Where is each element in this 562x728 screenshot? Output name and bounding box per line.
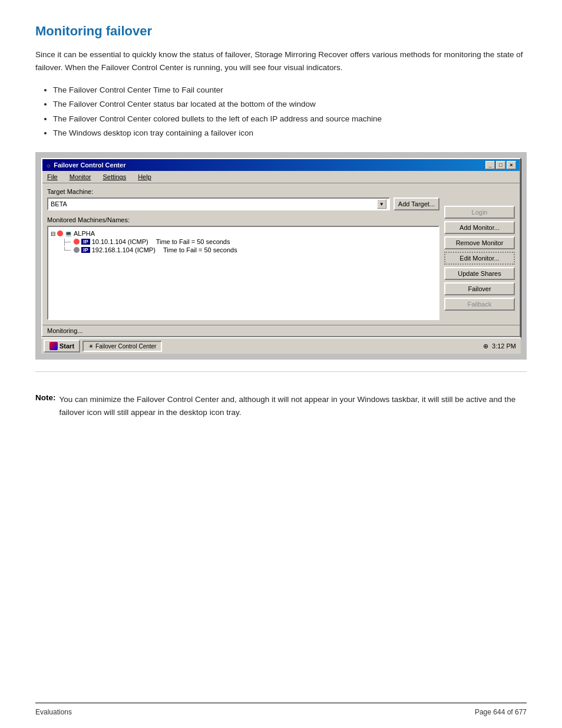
add-monitor-button[interactable]: Add Monitor... — [444, 221, 515, 234]
ip-protocol-2: (ICMP) — [135, 246, 156, 253]
menu-settings[interactable]: Settings — [100, 172, 128, 182]
tree-line-icon-1: ├─ — [62, 239, 71, 245]
tree-ip-item-2: └─ IP 192.168.1.104 (ICMP) Time to Fail … — [62, 246, 436, 254]
monitored-machines-label: Monitored Machines/Names: — [47, 216, 439, 223]
window-body: Target Machine: BETA ▼ Add Target... Mon… — [42, 183, 520, 325]
start-button[interactable]: Start — [44, 340, 80, 353]
bullet-item-1: The Failover Control Center Time to Fail… — [53, 83, 527, 97]
ip-tag-1: IP — [81, 239, 90, 245]
window-titlebar: ☼ Failover Control Center _ □ × — [42, 159, 520, 171]
bullet-list: The Failover Control Center Time to Fail… — [53, 83, 527, 140]
menu-help[interactable]: Help — [135, 172, 154, 182]
taskbar-clock: 3:12 PM — [492, 342, 516, 350]
failback-button[interactable]: Failback — [444, 298, 515, 311]
titlebar-left: ☼ Failover Control Center — [46, 162, 125, 169]
add-target-button[interactable]: Add Target... — [394, 197, 439, 210]
maximize-button[interactable]: □ — [496, 161, 505, 169]
page-footer: Evaluations Page 644 of 677 — [35, 703, 527, 716]
target-dropdown[interactable]: BETA ▼ — [47, 197, 390, 210]
tree-machine-icon: 💻 — [65, 230, 72, 237]
tree-panel: ⊟ 💻 ALPHA ├─ IP 10.10.1.104 — [47, 226, 439, 320]
bullet-item-2: The Failover Control Center status bar l… — [53, 97, 527, 111]
close-button[interactable]: × — [507, 161, 516, 169]
tree-bullet-red — [57, 230, 63, 236]
time-to-fail-2: Time to Fail = 50 seconds — [163, 246, 237, 253]
taskbar: Start ☀ Failover Control Center ⊕ 3:12 P… — [41, 337, 521, 354]
left-panel: Target Machine: BETA ▼ Add Target... Mon… — [47, 188, 439, 320]
ip-tag-2: IP — [81, 247, 90, 253]
note-section: Note: You can minimize the Failover Cont… — [35, 384, 527, 419]
menu-bar: File Monitor Settings Help — [42, 171, 520, 183]
start-button-label: Start — [59, 342, 74, 350]
window-title-text: Failover Control Center — [54, 162, 125, 169]
ip-address-1: 10.10.1.104 — [92, 238, 126, 245]
ip-protocol-1: (ICMP) — [128, 238, 148, 245]
time-to-fail-1: Time to Fail = 50 seconds — [156, 238, 230, 245]
tree-line-icon-2: └─ — [62, 247, 71, 253]
footer-right: Page 644 of 677 — [475, 708, 527, 716]
tree-child-2: └─ IP 192.168.1.104 (ICMP) Time to Fail … — [62, 246, 436, 254]
note-text: You can minimize the Failover Control Ce… — [59, 393, 527, 419]
right-panel: Login Add Monitor... Remove Monitor Edit… — [444, 188, 515, 320]
failover-window: ☼ Failover Control Center _ □ × File Mon… — [41, 158, 521, 337]
tree-root: ⊟ 💻 ALPHA — [51, 229, 436, 238]
tray-network-icon: ⊕ — [483, 342, 488, 350]
ip-address-2: 192.168.1.104 — [92, 246, 133, 253]
divider — [35, 371, 527, 372]
taskbar-app-label: Failover Control Center — [95, 343, 156, 350]
note-label: Note: — [35, 393, 56, 419]
menu-monitor[interactable]: Monitor — [67, 172, 94, 182]
target-machine-label: Target Machine: — [47, 188, 439, 195]
taskbar-left: Start ☀ Failover Control Center — [44, 340, 162, 353]
login-button[interactable]: Login — [444, 206, 515, 219]
intro-paragraph: Since it can be essential to quickly kno… — [35, 48, 527, 74]
menu-file[interactable]: File — [45, 172, 60, 182]
tree-child-1: ├─ IP 10.10.1.104 (ICMP) Time to Fail = … — [62, 238, 436, 246]
target-value: BETA — [51, 200, 67, 207]
footer-left: Evaluations — [35, 708, 72, 716]
tree-expand-icon: ⊟ — [51, 230, 55, 237]
page-title: Monitoring failover — [35, 24, 527, 39]
target-row: BETA ▼ Add Target... — [47, 197, 439, 210]
taskbar-app-button[interactable]: ☀ Failover Control Center — [82, 341, 162, 352]
tree-ip-item-1: ├─ IP 10.10.1.104 (ICMP) Time to Fail = … — [62, 238, 436, 246]
update-shares-button[interactable]: Update Shares — [444, 267, 515, 280]
screenshot-container: ☼ Failover Control Center _ □ × File Mon… — [35, 152, 527, 360]
remove-monitor-button[interactable]: Remove Monitor — [444, 236, 515, 249]
edit-monitor-button[interactable]: Edit Monitor... — [444, 252, 515, 265]
window-app-icon: ☼ — [46, 162, 51, 169]
dropdown-arrow-icon[interactable]: ▼ — [377, 199, 386, 209]
minimize-button[interactable]: _ — [485, 161, 495, 169]
start-logo-icon — [49, 342, 58, 350]
bullet-item-3: The Failover Control Center colored bull… — [53, 112, 527, 126]
failover-button[interactable]: Failover — [444, 282, 515, 295]
status-bar: Monitoring... — [42, 325, 520, 336]
taskbar-app-icon: ☀ — [88, 343, 94, 350]
tree-machine-name: ALPHA — [74, 230, 95, 237]
tree-bullet-gray-2 — [74, 247, 80, 253]
taskbar-right: ⊕ 3:12 PM — [483, 342, 518, 350]
bullet-item-4: The Windows desktop icon tray containing… — [53, 126, 527, 140]
titlebar-controls[interactable]: _ □ × — [485, 161, 516, 169]
tree-bullet-red-1 — [74, 239, 80, 245]
